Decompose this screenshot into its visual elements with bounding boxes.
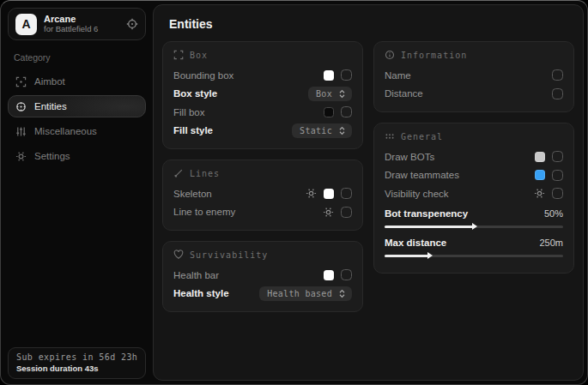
sidebar-item-aimbot[interactable]: Aimbot (8, 70, 146, 93)
color-swatch[interactable] (324, 70, 334, 81)
row-label: Visibility check (385, 189, 449, 199)
subscription-info-card: Sub expires in 56d 23h Session duration … (8, 347, 146, 379)
chevron-up-down-icon (338, 89, 346, 99)
gear-icon[interactable] (323, 207, 334, 218)
box-style-dropdown[interactable]: Box (308, 87, 352, 101)
right-column: Information Name Distance (373, 41, 574, 312)
slider-thumb[interactable] (472, 223, 477, 230)
grid-dots-icon (385, 131, 395, 141)
color-swatch[interactable] (324, 107, 334, 117)
category-label: Category (14, 52, 146, 63)
bot-transparency-slider[interactable] (385, 226, 563, 228)
card-title: Box (190, 51, 208, 60)
row-health-style: Health style Health based (173, 285, 352, 304)
brand-subtitle: for Battlefield 6 (44, 25, 119, 34)
max-distance-group: Max distance 250m (385, 235, 563, 257)
slider-label: Bot transpenency (385, 208, 468, 219)
sidebar-nav: Aimbot Entities (8, 70, 146, 167)
row-line-to-enemy: Line to enemy (173, 203, 352, 222)
lines-card: Lines Skeleton (162, 159, 363, 231)
sidebar-item-label: Settings (34, 151, 70, 161)
row-label: Fill style (173, 125, 213, 135)
row-label: Skeleton (173, 189, 212, 199)
slider-label: Max distance (385, 238, 446, 248)
sidebar-item-label: Aimbot (34, 76, 65, 87)
heart-icon (173, 250, 184, 260)
row-bounding-box: Bounding box (173, 66, 352, 85)
row-distance: Distance (385, 85, 563, 104)
left-column: Box Bounding box Box style Box (162, 41, 363, 312)
row-label: Name (385, 70, 411, 81)
chevron-up-down-icon (338, 289, 346, 298)
color-swatch[interactable] (535, 170, 545, 180)
row-skeleton: Skeleton (173, 184, 352, 203)
sidebar-item-miscellaneous[interactable]: Miscellaneous (8, 120, 146, 142)
slider-thumb[interactable] (427, 252, 433, 259)
session-duration-text: Session duration 43s (16, 364, 137, 373)
slider-value: 50% (544, 208, 563, 219)
bounding-box-checkbox[interactable] (341, 69, 352, 81)
main-panel: Entities Box Bounding box (153, 4, 584, 381)
gear-icon (15, 151, 27, 162)
fill-style-dropdown[interactable]: Static (292, 123, 352, 138)
sub-expiry-text: Sub expires in 56d 23h (16, 352, 137, 362)
row-fill-box: Fill box (173, 103, 352, 122)
bot-transparency-group: Bot transpenency 50% (385, 206, 563, 228)
brand-name: Arcane (44, 14, 119, 25)
row-name: Name (385, 66, 563, 85)
box-card: Box Bounding box Box style Box (162, 41, 363, 149)
crosshair-icon (15, 76, 27, 87)
app-window: A Arcane for Battlefield 6 Category (0, 0, 588, 385)
card-title: Information (401, 51, 467, 60)
max-distance-slider[interactable] (385, 255, 563, 257)
general-card: General Draw BOTs Draw teammates (373, 123, 574, 274)
corner-brackets-icon (173, 50, 184, 60)
brand-logo: A (15, 14, 37, 35)
row-label: Health style (173, 288, 229, 298)
row-label: Draw BOTs (385, 152, 434, 162)
distance-checkbox[interactable] (552, 88, 563, 99)
pencil-icon (173, 168, 184, 178)
row-draw-teammates: Draw teammates (385, 166, 563, 185)
row-label: Fill box (173, 107, 204, 117)
line-to-enemy-checkbox[interactable] (341, 207, 352, 218)
slider-value: 250m (539, 238, 563, 248)
sidebar-item-label: Miscellaneous (34, 126, 97, 136)
color-swatch[interactable] (324, 189, 334, 199)
row-visibility-check: Visibility check (385, 184, 563, 203)
fill-box-checkbox[interactable] (341, 106, 352, 117)
sidebar-item-label: Entities (34, 101, 67, 111)
sliders-icon (15, 126, 27, 137)
survivability-card: Survivability Health bar Health style He… (162, 241, 363, 312)
brand-card: A Arcane for Battlefield 6 (8, 8, 146, 40)
sidebar-item-entities[interactable]: Entities (8, 95, 146, 117)
gear-icon[interactable] (534, 188, 545, 199)
color-swatch[interactable] (535, 152, 545, 162)
row-box-style: Box style Box (173, 85, 352, 104)
color-swatch[interactable] (324, 270, 334, 280)
chevron-up-down-icon (338, 126, 346, 135)
visibility-check-checkbox[interactable] (552, 188, 563, 199)
gear-icon[interactable] (306, 188, 317, 199)
radar-icon (15, 101, 27, 112)
health-bar-checkbox[interactable] (341, 269, 352, 280)
row-draw-bots: Draw BOTs (385, 147, 563, 166)
row-label: Box style (173, 88, 217, 99)
name-checkbox[interactable] (552, 69, 563, 81)
target-icon[interactable] (126, 18, 138, 30)
skeleton-checkbox[interactable] (341, 188, 352, 199)
information-card: Information Name Distance (373, 41, 574, 112)
row-health-bar: Health bar (173, 266, 352, 285)
info-icon (385, 50, 395, 60)
card-title: Lines (190, 169, 220, 178)
row-label: Health bar (173, 270, 219, 280)
draw-teammates-checkbox[interactable] (552, 170, 563, 181)
sidebar-item-settings[interactable]: Settings (8, 145, 146, 167)
card-title: Survivability (190, 250, 268, 260)
row-label: Draw teammates (385, 170, 459, 180)
page-title: Entities (169, 17, 574, 31)
sidebar: A Arcane for Battlefield 6 Category (1, 1, 153, 384)
draw-bots-checkbox[interactable] (552, 151, 563, 162)
row-label: Bounding box (173, 70, 233, 81)
health-style-dropdown[interactable]: Health based (259, 286, 352, 301)
